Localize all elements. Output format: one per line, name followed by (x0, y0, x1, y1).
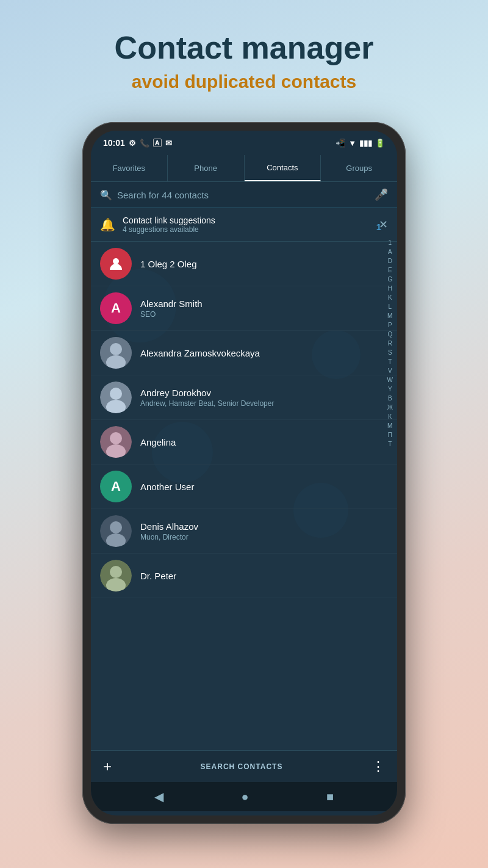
search-icon: 🔍 (100, 189, 112, 201)
suggestion-banner: 🔔 Contact link suggestions 4 suggestions… (91, 208, 397, 242)
suggestion-text: Contact link suggestions 4 suggestions a… (123, 215, 371, 234)
contact-item-alexandra[interactable]: Alexandra Zamoskvokeckaya (91, 331, 397, 375)
tab-bar: Favorites Phone Contacts Groups (91, 155, 397, 182)
alpha-letter-G[interactable]: G (386, 275, 394, 284)
alpha-letter-D[interactable]: D (386, 257, 394, 266)
add-contact-button[interactable]: + (103, 758, 112, 775)
contact-info-alexandra: Alexandra Zamoskvokeckaya (140, 348, 388, 358)
contact-info-another-user: Another User (140, 482, 388, 492)
svg-point-11 (110, 521, 122, 533)
contact-item-angelina[interactable]: Angelina (91, 420, 397, 465)
avatar-1-oleg (100, 248, 132, 280)
page-title: Contact manager (0, 31, 488, 65)
contact-list-area: 🔔 Contact link suggestions 4 suggestions… (91, 208, 397, 750)
tab-groups[interactable]: Groups (321, 155, 397, 181)
svg-point-8 (110, 432, 122, 444)
alpha-letter-Ж[interactable]: Ж (386, 403, 395, 412)
status-right: 📲 ▼ ▮▮▮ 🔋 (336, 139, 385, 148)
contact-detail: SEO (140, 310, 388, 319)
svg-point-14 (110, 566, 122, 578)
page-header: Contact manager avoid duplicated contact… (0, 0, 488, 104)
phone-frame: 10:01 ⚙ 📞 A ✉ 📲 ▼ ▮▮▮ 🔋 (82, 122, 406, 824)
contact-name: Dr. Peter (140, 571, 388, 581)
status-left: 10:01 ⚙ 📞 A ✉ (103, 138, 172, 148)
suggestion-count: 1 (376, 222, 381, 232)
alpha-letter-Y[interactable]: Y (386, 385, 394, 394)
contact-info-alexandr: Alexandr Smith SEO (140, 298, 388, 319)
tab-contacts[interactable]: Contacts (245, 155, 321, 181)
suggestion-subtitle: 4 suggestions available (123, 225, 371, 234)
home-button[interactable]: ● (241, 790, 248, 804)
search-contacts-button[interactable]: SEARCH CONTACTS (112, 762, 371, 771)
alpha-letter-A[interactable]: A (386, 248, 394, 256)
a-icon: A (153, 139, 162, 147)
contact-detail: Muon, Director (140, 533, 388, 541)
alphabet-index: 1ADEGHKLMPQRSTVWYВЖКМПТ (386, 239, 395, 449)
phone-inner: 10:01 ⚙ 📞 A ✉ 📲 ▼ ▮▮▮ 🔋 (91, 131, 397, 816)
bottom-toolbar: + SEARCH CONTACTS ⋮ (91, 750, 397, 782)
avatar-denis (100, 515, 132, 547)
alpha-letter-Q[interactable]: Q (386, 330, 394, 339)
email-icon: ✉ (165, 139, 172, 148)
contact-info-angelina: Angelina (140, 437, 388, 447)
alpha-letter-П[interactable]: П (386, 431, 394, 439)
mic-icon[interactable]: 🎤 (375, 188, 388, 201)
avatar-andrey (100, 382, 132, 413)
alpha-letter-P[interactable]: P (386, 321, 394, 330)
signal-icon: ▮▮▮ (359, 139, 372, 148)
suggestion-title: Contact link suggestions (123, 215, 371, 225)
avatar-another-user: A (100, 471, 132, 502)
settings-icon: ⚙ (129, 139, 136, 148)
alpha-letter-W[interactable]: W (386, 376, 395, 385)
tab-favorites[interactable]: Favorites (91, 155, 168, 181)
alpha-letter-T[interactable]: T (386, 358, 393, 366)
call-icon: 📲 (336, 139, 345, 148)
alpha-letter-М[interactable]: М (386, 422, 394, 430)
contact-info-dr-peter: Dr. Peter (140, 571, 388, 581)
contact-name: 1 Oleg 2 Oleg (140, 259, 388, 269)
contact-name: Another User (140, 482, 388, 492)
contact-name: Alexandr Smith (140, 298, 388, 309)
contact-name: Angelina (140, 437, 388, 447)
alpha-letter-S[interactable]: S (386, 349, 394, 357)
search-bar[interactable]: 🔍 Search for 44 contacts 🎤 (91, 182, 397, 208)
contact-item-another-user[interactable]: A Another User (91, 465, 397, 509)
contact-name: Alexandra Zamoskvokeckaya (140, 348, 388, 358)
contact-item-andrey[interactable]: Andrey Dorokhov Andrew, Hamster Beat, Se… (91, 375, 397, 420)
svg-point-2 (110, 343, 122, 355)
alpha-letter-E[interactable]: E (386, 266, 394, 275)
nav-bar: ◀ ● ■ (91, 782, 397, 811)
avatar-angelina (100, 426, 132, 458)
alpha-letter-Т[interactable]: Т (386, 440, 393, 449)
contact-info-1-oleg: 1 Oleg 2 Oleg (140, 259, 388, 269)
recents-button[interactable]: ■ (326, 790, 334, 804)
alpha-letter-V[interactable]: V (386, 367, 394, 375)
alpha-letter-K[interactable]: K (386, 294, 394, 302)
search-placeholder: Search for 44 contacts (117, 190, 209, 200)
contact-detail: Andrew, Hamster Beat, Senior Developer (140, 399, 388, 408)
svg-point-0 (113, 258, 119, 264)
alpha-letter-H[interactable]: H (386, 284, 394, 293)
alpha-letter-В[interactable]: В (386, 394, 394, 403)
back-button[interactable]: ◀ (154, 789, 163, 804)
contact-info-denis: Denis Alhazov Muon, Director (140, 521, 388, 541)
contact-item-dr-peter[interactable]: Dr. Peter (91, 554, 397, 598)
more-options-button[interactable]: ⋮ (371, 759, 385, 775)
status-bar: 10:01 ⚙ 📞 A ✉ 📲 ▼ ▮▮▮ 🔋 (91, 131, 397, 155)
tab-phone[interactable]: Phone (168, 155, 245, 181)
alpha-letter-M[interactable]: M (386, 312, 394, 320)
alpha-letter-L[interactable]: L (386, 303, 393, 311)
contact-item-alexandr[interactable]: A Alexandr Smith SEO (91, 286, 397, 331)
contact-name: Andrey Dorokhov (140, 388, 388, 398)
contact-info-andrey: Andrey Dorokhov Andrew, Hamster Beat, Se… (140, 388, 388, 408)
alpha-letter-R[interactable]: R (386, 339, 394, 348)
avatar-dr-peter (100, 560, 132, 591)
contact-name: Denis Alhazov (140, 521, 388, 532)
page-subtitle: avoid duplicated contacts (0, 71, 488, 92)
battery-icon: 🔋 (375, 139, 385, 148)
alpha-letter-К[interactable]: К (386, 413, 393, 421)
contact-item-denis[interactable]: Denis Alhazov Muon, Director (91, 509, 397, 554)
alpha-letter-1[interactable]: 1 (386, 239, 393, 247)
avatar-alexandra (100, 337, 132, 369)
contact-item-1-oleg[interactable]: 1 Oleg 2 Oleg (91, 242, 397, 286)
